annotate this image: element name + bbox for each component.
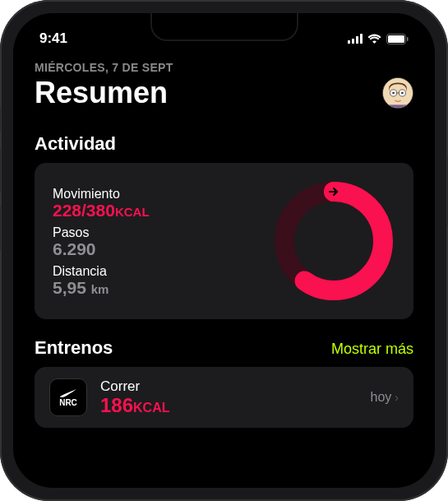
device-frame: 9:41 <box>0 0 448 501</box>
workouts-section-title: Entrenos <box>35 337 113 359</box>
svg-rect-13 <box>389 104 407 108</box>
workout-calories-number: 186 <box>100 394 133 416</box>
status-icons <box>348 34 409 44</box>
workout-time-label: hoy <box>371 390 392 405</box>
svg-rect-6 <box>407 37 409 41</box>
workout-app-label: NRC <box>59 398 77 407</box>
svg-rect-2 <box>356 36 358 44</box>
move-value-unit: KCAL <box>115 205 150 219</box>
move-metric: Movimiento 228/380KCAL <box>53 187 150 219</box>
avatar[interactable] <box>382 77 413 109</box>
workout-app-icon: NRC <box>49 378 87 416</box>
distance-label: Distancia <box>53 264 150 279</box>
silence-switch <box>0 107 1 132</box>
activity-section-title: Actividad <box>35 133 413 155</box>
move-ring-icon <box>272 179 395 303</box>
workout-calories-unit: KCAL <box>133 401 169 415</box>
activity-ring <box>272 179 395 303</box>
page-title: Resumen <box>35 76 168 110</box>
steps-label: Pasos <box>53 225 150 240</box>
wifi-icon <box>367 34 381 44</box>
chevron-right-icon: › <box>395 391 399 404</box>
svg-rect-0 <box>348 40 350 44</box>
workout-info: Correr 186KCAL <box>100 378 358 416</box>
svg-rect-5 <box>388 35 404 43</box>
workout-calories: 186KCAL <box>100 395 358 416</box>
activity-card[interactable]: Movimiento 228/380KCAL Pasos 6.290 Dista… <box>35 163 413 319</box>
distance-metric: Distancia 5,95 km <box>53 264 150 296</box>
activity-metrics: Movimiento 228/380KCAL Pasos 6.290 Dista… <box>53 187 150 296</box>
workout-time: hoy › <box>371 390 399 405</box>
content-area[interactable]: MIÉRCOLES, 7 DE SEPT Resumen <box>13 53 435 428</box>
date-label: MIÉRCOLES, 7 DE SEPT <box>35 61 413 74</box>
screen: 9:41 <box>13 13 435 488</box>
status-time: 9:41 <box>39 30 67 47</box>
cellular-icon <box>348 34 363 44</box>
distance-value-number: 5,95 <box>53 278 86 297</box>
move-label: Movimiento <box>53 187 150 202</box>
distance-value: 5,95 km <box>53 279 150 296</box>
move-value-number: 228/380 <box>53 201 115 220</box>
svg-point-10 <box>392 92 395 95</box>
steps-value: 6.290 <box>53 240 150 257</box>
svg-rect-1 <box>352 39 354 44</box>
notch <box>150 13 298 41</box>
workout-name: Correr <box>100 378 358 395</box>
avatar-memoji-icon <box>383 78 413 108</box>
workout-card[interactable]: NRC Correr 186KCAL hoy › <box>35 367 413 428</box>
volume-down-button <box>0 206 1 251</box>
header-row: Resumen <box>35 76 413 110</box>
steps-metric: Pasos 6.290 <box>53 225 150 257</box>
volume-up-button <box>0 148 1 193</box>
svg-point-11 <box>401 92 404 95</box>
svg-rect-3 <box>360 34 363 44</box>
show-more-link[interactable]: Mostrar más <box>331 341 413 358</box>
workouts-section-header: Entrenos Mostrar más <box>35 337 413 359</box>
move-value: 228/380KCAL <box>53 202 150 219</box>
distance-value-unit: km <box>91 282 109 296</box>
nike-swoosh-icon <box>58 388 78 398</box>
battery-icon <box>386 34 409 44</box>
